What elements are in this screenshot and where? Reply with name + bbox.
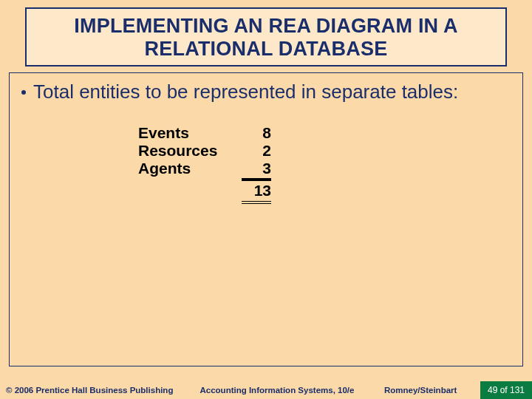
tally-total: 13	[242, 180, 271, 204]
tally-value: 2	[242, 142, 271, 160]
tally-value-last: 3	[242, 160, 271, 180]
bullet-icon	[21, 90, 26, 95]
bullet-item: Total entities to be represented in sepa…	[21, 81, 511, 103]
tally-row: Agents 3	[138, 160, 511, 180]
slide-title-box: IMPLEMENTING AN REA DIAGRAM IN A RELATIO…	[25, 7, 507, 66]
footer-center: Accounting Information Systems, 10/e	[185, 386, 369, 395]
title-line-2: RELATIONAL DATABASE	[145, 38, 388, 60]
tally-label: Agents	[138, 160, 242, 180]
footer-authors: Romney/Steinbart	[369, 386, 480, 395]
slide-body: Total entities to be represented in sepa…	[9, 72, 523, 366]
footer-page: 49 of 131	[480, 381, 532, 399]
entity-tally: Events 8 Resources 2 Agents 3 13	[138, 124, 511, 204]
slide-title: IMPLEMENTING AN REA DIAGRAM IN A RELATIO…	[34, 15, 498, 61]
tally-row: Events 8	[138, 124, 511, 142]
bullet-text: Total entities to be represented in sepa…	[33, 81, 511, 103]
footer-copyright: © 2006 Prentice Hall Business Publishing	[0, 386, 185, 395]
tally-total-label	[138, 180, 242, 204]
tally-label: Resources	[138, 142, 242, 160]
title-line-1: IMPLEMENTING AN REA DIAGRAM IN A	[74, 15, 457, 37]
tally-row: Resources 2	[138, 142, 511, 160]
tally-value: 8	[242, 124, 271, 142]
slide-footer: © 2006 Prentice Hall Business Publishing…	[0, 381, 532, 399]
tally-label: Events	[138, 124, 242, 142]
tally-total-row: 13	[138, 180, 511, 204]
